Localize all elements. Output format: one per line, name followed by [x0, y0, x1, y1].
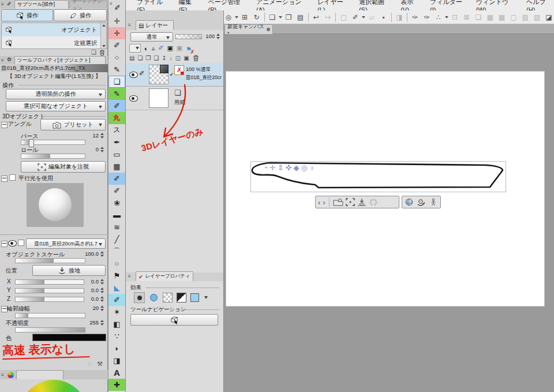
- blend-mode-dropdown[interactable]: 通常: [130, 32, 173, 42]
- bucket-tool[interactable]: ◨: [108, 354, 125, 367]
- perspective-slider[interactable]: [21, 140, 85, 145]
- new-layer-button[interactable]: ❏: [137, 55, 143, 61]
- prev-object-button[interactable]: ‹: [318, 198, 320, 207]
- grid-button[interactable]: ◪: [544, 12, 554, 23]
- selection-pen-tool[interactable]: ✎: [108, 64, 125, 76]
- layer-mask-icon[interactable]: ◐: [144, 45, 148, 52]
- balloon-tool[interactable]: ◗: [108, 342, 125, 354]
- object-ground-icon[interactable]: ♁: [309, 163, 315, 172]
- subtool-scrollbar[interactable]: [100, 23, 107, 48]
- color-wheel[interactable]: [20, 380, 88, 392]
- decoration-tool[interactable]: ❀: [108, 197, 125, 209]
- brush-tool[interactable]: ✐: [108, 100, 125, 112]
- canvas-tab[interactable]: 新規キャンバス*: [224, 24, 273, 34]
- delete-layer-button[interactable]: [192, 54, 200, 62]
- outline-width-value[interactable]: 20: [92, 305, 104, 311]
- panel-menu-icon[interactable]: ≡: [1, 2, 4, 7]
- object-scale-value[interactable]: 100.0: [85, 251, 104, 257]
- fill-tool[interactable]: ⚑: [108, 270, 125, 282]
- duplicate-layer-button[interactable]: ❑: [154, 55, 159, 61]
- text-tool[interactable]: A: [108, 367, 125, 379]
- tab-subtool[interactable]: サブツール[操作]: [14, 0, 69, 9]
- gradient-tool[interactable]: ◧: [108, 318, 125, 330]
- camera-zoom-icon[interactable]: ⇕: [278, 163, 284, 172]
- selection-apply-button[interactable]: ▱: [366, 12, 377, 23]
- next-object-button[interactable]: ›: [323, 198, 325, 207]
- ground-button[interactable]: 接地: [32, 265, 106, 276]
- layer-visible-icon[interactable]: [129, 95, 138, 102]
- ellipse-tool[interactable]: ○: [108, 257, 125, 270]
- lock-alpha-icon[interactable]: ▣: [177, 44, 182, 52]
- line-tool[interactable]: ╱: [108, 233, 125, 245]
- blur-tool[interactable]: ∵: [108, 330, 125, 342]
- frame-border-button[interactable]: ▣: [184, 55, 189, 61]
- eyedropper-button[interactable]: ✑: [410, 12, 420, 23]
- wrench-icon[interactable]: ⚒: [97, 360, 103, 368]
- object-select-dropdown[interactable]: 皿01B_直径20cm高さ約1.7: [26, 238, 106, 249]
- position-x-value[interactable]: 0.0: [91, 278, 104, 285]
- round-pen-tool[interactable]: 丸: [108, 112, 125, 124]
- marquee-sub-button[interactable]: ▢: [508, 12, 519, 23]
- camera-orbit-icon[interactable]: ◔: [263, 163, 268, 172]
- outline-width-slider[interactable]: [15, 313, 85, 318]
- transparent-area-dropdown[interactable]: 透明箇所の操作: [6, 89, 106, 99]
- material-badge-button[interactable]: ▪: [378, 12, 388, 23]
- subtool-item-object[interactable]: オブジェクト: [2, 23, 100, 36]
- outline-color-swatch[interactable]: [32, 334, 106, 341]
- ground-object-button[interactable]: [357, 198, 366, 206]
- frame-button[interactable]: ❏: [473, 12, 484, 23]
- selection-pen-button[interactable]: ✐: [350, 12, 361, 23]
- light-direction-preview[interactable]: [27, 183, 84, 227]
- subtool-group-operate1[interactable]: 操作: [1, 9, 53, 21]
- airbrush-tool[interactable]: ≋: [108, 221, 125, 233]
- selection-dropdown-icon[interactable]: [362, 16, 365, 18]
- object-visible-icon[interactable]: [8, 240, 17, 247]
- object-tool[interactable]: ❏: [108, 76, 125, 88]
- collapse-angle-icon[interactable]: [1, 122, 8, 128]
- eyedropper2-button[interactable]: ✑: [421, 12, 432, 23]
- open-button[interactable]: ❐: [283, 12, 294, 23]
- position-x-slider[interactable]: [15, 279, 84, 285]
- undo-button[interactable]: ↩: [311, 12, 321, 23]
- object-scale-slider[interactable]: [15, 258, 85, 263]
- clip-studio-button[interactable]: ◎: [223, 12, 234, 23]
- tab-autoaction[interactable]: オートアクション: [69, 1, 107, 9]
- focus-edit-target-button[interactable]: 編集対象を注視: [21, 161, 106, 173]
- selectable-object-dropdown[interactable]: 選択可能なオブジェクト: [6, 101, 106, 111]
- subtool-item-ruler-select[interactable]: 定規選択: [2, 36, 100, 49]
- bucket-button[interactable]: ◨: [394, 12, 405, 23]
- edge-effect-icon[interactable]: [134, 292, 145, 303]
- blend-tool[interactable]: ✐: [108, 294, 125, 306]
- merge-layer-button[interactable]: ↓: [170, 55, 173, 61]
- roll-slider[interactable]: [21, 154, 85, 159]
- marquee-add-button[interactable]: ▦: [496, 12, 507, 23]
- ruler-tool[interactable]: ◣: [108, 282, 125, 294]
- panel-menu-icon[interactable]: ≡: [128, 23, 131, 28]
- layer-thumbnail[interactable]: [149, 88, 169, 108]
- watercolor-tool[interactable]: ✐: [108, 173, 125, 185]
- subtool-group-operate2[interactable]: 操作: [54, 9, 107, 21]
- tab-tool-property[interactable]: ツールプロパティ[オブジェクト]: [14, 56, 106, 64]
- pencil-tool[interactable]: ✎: [108, 88, 125, 100]
- save-button[interactable]: ▤: [295, 12, 305, 23]
- position-y-value[interactable]: 0.0: [91, 287, 104, 293]
- snap-button[interactable]: ∴: [433, 12, 444, 23]
- marquee-invert-button[interactable]: ▨: [520, 12, 530, 23]
- object-move-icon[interactable]: ✜: [286, 163, 292, 172]
- transfer-layer-button[interactable]: ↧: [162, 55, 166, 61]
- round-effect-icon[interactable]: [149, 293, 159, 303]
- hide-ruler-icon[interactable]: ⚑ ✗: [186, 43, 192, 54]
- layer-opacity-value[interactable]: 100: [205, 33, 220, 39]
- reduction-effect-icon[interactable]: [177, 293, 186, 303]
- parallel-light-checkbox[interactable]: [9, 174, 16, 181]
- layer-visible-icon[interactable]: [129, 72, 138, 78]
- position-z-slider[interactable]: [15, 297, 84, 302]
- object-roll-icon[interactable]: ◎: [301, 163, 308, 172]
- clip-dropdown-icon[interactable]: [235, 16, 238, 18]
- close-tab-icon[interactable]: [267, 28, 270, 31]
- new-subtool-icon[interactable]: ❏: [91, 49, 96, 55]
- marker-tool[interactable]: ▬: [108, 209, 125, 221]
- redo-button[interactable]: ↪: [323, 12, 333, 23]
- object-checkbox[interactable]: [18, 240, 24, 246]
- preset-button[interactable]: プリセット: [40, 119, 106, 130]
